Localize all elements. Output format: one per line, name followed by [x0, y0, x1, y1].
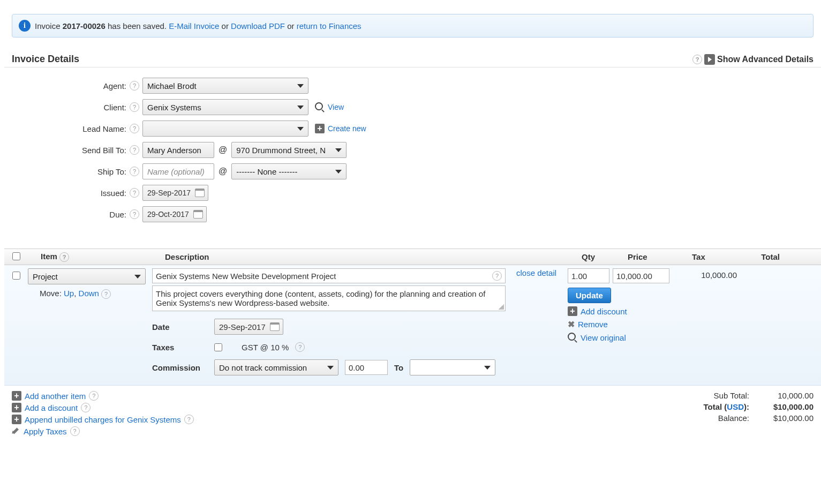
apply-taxes-link[interactable]: Apply Taxes	[24, 427, 67, 436]
help-icon[interactable]: ?	[81, 403, 91, 412]
close-detail-link[interactable]: close detail	[516, 268, 556, 277]
move-up-link[interactable]: Up	[64, 289, 74, 298]
help-icon[interactable]: ?	[70, 426, 80, 436]
show-advanced-toggle[interactable]: ? Show Advanced Details	[692, 54, 814, 65]
help-icon[interactable]: ?	[492, 271, 502, 281]
info-icon: i	[19, 20, 31, 32]
help-icon[interactable]: ?	[89, 391, 99, 401]
calendar-icon	[193, 210, 203, 219]
plus-icon: +	[12, 415, 21, 424]
ship-to-label: Ship To:	[97, 167, 126, 176]
send-bill-to-label: Send Bill To:	[82, 146, 126, 155]
help-icon[interactable]: ?	[130, 102, 139, 112]
expand-icon	[704, 54, 715, 65]
view-client-link[interactable]: View	[328, 103, 344, 111]
lead-name-label: Lead Name:	[82, 124, 126, 133]
commission-label: Commission	[152, 363, 208, 372]
subtotal-value: 10,000.00	[760, 391, 814, 400]
help-icon[interactable]: ?	[130, 124, 139, 133]
add-discount-link[interactable]: + Add discount	[568, 306, 740, 316]
update-button[interactable]: Update	[568, 288, 611, 303]
balance-label: Balance:	[690, 413, 749, 423]
at-symbol: @	[219, 145, 227, 155]
ship-address-select[interactable]: ------- None -------	[231, 163, 347, 179]
return-to-finances-link[interactable]: return to Finances	[297, 21, 361, 31]
email-invoice-link[interactable]: E-Mail Invoice	[169, 21, 219, 31]
select-all-checkbox[interactable]	[12, 252, 20, 260]
plus-icon: +	[568, 306, 577, 316]
line-item-checkbox[interactable]	[12, 272, 20, 280]
help-icon[interactable]: ?	[130, 145, 139, 155]
bill-contact-select[interactable]: Mary Anderson	[142, 142, 214, 158]
remove-line-link[interactable]: ✖ Remove	[568, 319, 740, 329]
help-icon[interactable]: ?	[101, 289, 111, 299]
commission-amount-input[interactable]: 0.00	[345, 360, 388, 375]
commission-to-select[interactable]	[410, 359, 495, 375]
due-label: Due:	[109, 210, 126, 219]
calendar-icon	[195, 189, 205, 197]
download-pdf-link[interactable]: Download PDF	[231, 21, 285, 31]
plus-icon: +	[12, 403, 21, 412]
bill-address-select[interactable]: 970 Drummond Street, N	[231, 142, 347, 158]
total-value: $10,000.00	[760, 402, 814, 411]
due-date-input[interactable]: 29-Oct-2017	[142, 206, 207, 222]
help-icon[interactable]: ?	[130, 209, 139, 219]
balance-value: $10,000.00	[760, 413, 814, 423]
create-new-lead-link[interactable]: Create new	[328, 124, 366, 133]
item-taxes-label: Taxes	[152, 343, 208, 352]
plus-icon: +	[12, 391, 21, 401]
line-total: 10,000.00	[673, 268, 740, 283]
help-icon[interactable]: ?	[59, 252, 69, 262]
item-description-textarea[interactable]: This project covers everything done (con…	[152, 285, 506, 311]
add-discount-link[interactable]: Add a discount	[25, 403, 78, 412]
items-header-row: Item ? Description Qty Price Tax Total	[4, 249, 821, 265]
issued-label: Issued:	[101, 189, 126, 198]
at-symbol: @	[219, 167, 227, 176]
tax-name: GST @ 10 %	[242, 343, 289, 352]
client-select[interactable]: Genix Systems	[142, 99, 308, 115]
ship-name-input[interactable]: Name (optional)	[142, 163, 214, 179]
help-icon[interactable]: ?	[130, 188, 139, 198]
commission-mode-select[interactable]: Do not track commission	[214, 359, 338, 375]
help-icon[interactable]: ?	[130, 81, 139, 91]
subtotal-label: Sub Total:	[690, 391, 749, 400]
total-label: Total (	[703, 402, 727, 411]
help-icon[interactable]: ?	[692, 55, 702, 64]
item-type-select[interactable]: Project	[28, 268, 146, 284]
issued-date-input[interactable]: 29-Sep-2017	[142, 185, 208, 201]
info-banner: i Invoice 2017-00026 has been saved. E-M…	[12, 14, 814, 37]
x-icon: ✖	[568, 319, 575, 329]
move-down-link[interactable]: Down	[79, 289, 99, 298]
add-another-item-link[interactable]: Add another item	[25, 392, 86, 401]
search-icon	[568, 333, 577, 342]
currency-link[interactable]: USD	[727, 402, 744, 411]
item-date-label: Date	[152, 322, 208, 332]
plus-icon[interactable]: +	[315, 124, 325, 133]
help-icon[interactable]: ?	[130, 167, 139, 176]
item-title-input[interactable]: Genix Systems New Website Development Pr…	[152, 268, 506, 283]
commission-to-label: To	[394, 363, 403, 372]
move-label: Move:	[40, 289, 64, 298]
agent-label: Agent:	[103, 81, 126, 91]
pencil-icon	[12, 427, 20, 435]
page-title: Invoice Details	[12, 54, 79, 65]
tax-gst-checkbox[interactable]	[214, 343, 222, 351]
search-icon[interactable]	[315, 102, 325, 112]
client-label: Client:	[103, 103, 126, 112]
price-input[interactable]: 10,000.00	[613, 268, 669, 283]
line-item-row: Project Move: Up, Down ? Genix Systems N…	[4, 265, 821, 386]
calendar-icon	[270, 322, 280, 331]
banner-text: Invoice 2017-00026 has been saved. E-Mai…	[35, 21, 361, 31]
agent-select[interactable]: Michael Brodt	[142, 78, 308, 94]
view-original-link[interactable]: View original	[568, 333, 740, 342]
item-date-input[interactable]: 29-Sep-2017	[214, 319, 283, 335]
help-icon[interactable]: ?	[184, 415, 194, 424]
qty-input[interactable]: 1.00	[568, 268, 609, 283]
lead-name-select[interactable]	[142, 121, 308, 137]
append-unbilled-link[interactable]: Append unbilled charges for Genix System…	[25, 415, 181, 424]
help-icon[interactable]: ?	[295, 342, 305, 352]
